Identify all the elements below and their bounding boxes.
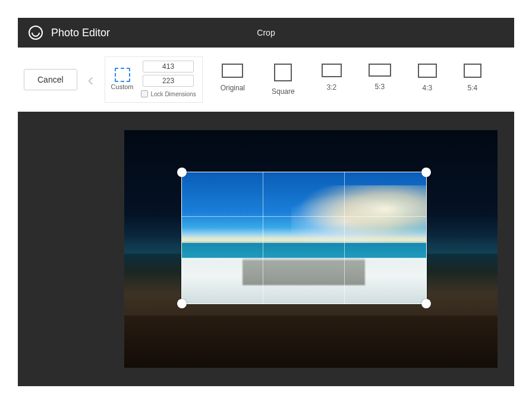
ratio-label: 4:3 [422, 84, 432, 92]
ratio-label: 3:2 [326, 83, 336, 91]
ratio-square-icon [274, 64, 292, 81]
ratio-5-4-icon [464, 64, 481, 78]
ratio-square[interactable]: Square [272, 64, 295, 96]
ratio-label: 5:3 [374, 83, 385, 91]
crop-toolbar: Cancel ‹ Custom Lock Dimensions Original [18, 48, 514, 112]
crop-handle-bottom-left[interactable] [177, 299, 187, 308]
grid-line [263, 172, 263, 304]
custom-crop-option[interactable]: Custom [111, 68, 134, 90]
crop-preview [182, 172, 426, 304]
grid-line [182, 260, 426, 260]
crop-width-input[interactable] [143, 61, 194, 72]
crop-handle-bottom-right[interactable] [421, 299, 431, 308]
crop-height-input[interactable] [143, 75, 194, 87]
ratio-label: Original [221, 84, 245, 92]
aspect-ratio-list: Original Square 3:2 5:3 4:3 5:4 [221, 64, 481, 96]
ratio-original[interactable]: Original [221, 64, 245, 96]
crop-handle-top-left[interactable] [177, 168, 187, 177]
tool-name-label: Crop [257, 28, 275, 37]
lock-dimensions-row[interactable]: Lock Dimensions [141, 90, 196, 97]
cancel-button[interactable]: Cancel [24, 69, 77, 90]
custom-crop-icon [115, 68, 130, 82]
ratio-label: Square [272, 87, 295, 96]
ratio-3-2[interactable]: 3:2 [322, 64, 342, 96]
ratio-5-3-icon [369, 64, 391, 77]
image-stage[interactable] [124, 130, 498, 368]
ratio-5-4[interactable]: 5:4 [464, 64, 481, 96]
ratio-3-2-icon [322, 64, 342, 77]
app-logo-icon [29, 26, 43, 40]
custom-crop-panel: Custom Lock Dimensions [105, 56, 203, 103]
ratio-original-icon [222, 64, 243, 78]
canvas-area [18, 112, 514, 386]
lock-dimensions-label: Lock Dimensions [151, 91, 196, 97]
grid-line [344, 172, 345, 304]
ratio-4-3-icon [418, 64, 437, 78]
header-bar: Photo Editor Crop [18, 18, 514, 48]
grid-line [182, 216, 426, 217]
lock-dimensions-checkbox[interactable] [141, 90, 148, 97]
custom-dimensions: Lock Dimensions [141, 61, 196, 97]
chevron-left-icon: ‹ [88, 71, 94, 89]
crop-region[interactable] [181, 172, 427, 304]
ratio-4-3[interactable]: 4:3 [418, 64, 437, 96]
app-title: Photo Editor [51, 27, 110, 39]
ratio-5-3[interactable]: 5:3 [369, 64, 391, 96]
custom-crop-label: Custom [111, 83, 134, 90]
app-frame: Photo Editor Crop Cancel ‹ Custom Lock D… [18, 18, 514, 386]
ratio-label: 5:4 [467, 84, 477, 92]
crop-handle-top-right[interactable] [421, 168, 431, 177]
